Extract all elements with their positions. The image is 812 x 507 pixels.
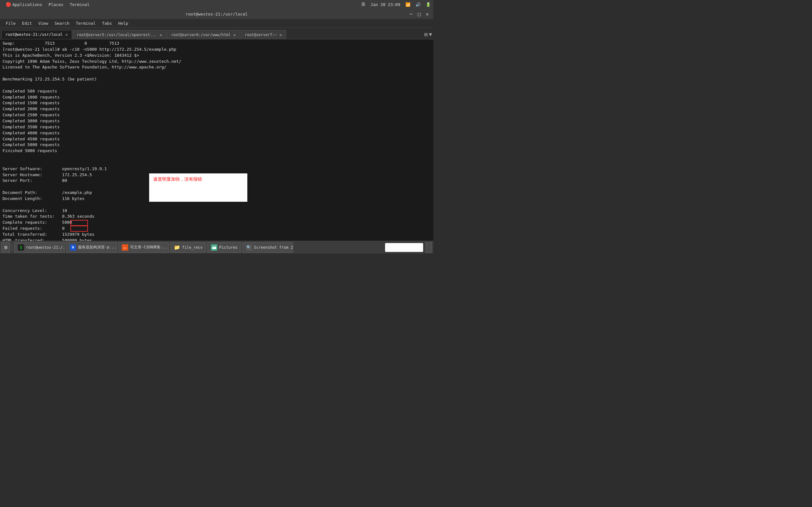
term-line-server-software: Server Software: openresty/1.19.9.1 (3, 166, 431, 172)
menu-file[interactable]: File (3, 20, 19, 26)
wifi-icon: 📶 (405, 2, 410, 7)
taskbar-screenshot[interactable]: 🔍 Screenshot from 2... (242, 242, 293, 252)
term-line: [root@westos-21 local]# ab -c10 -n5000 h… (3, 47, 431, 53)
terminal-content[interactable]: Swap: 7513 0 7513 [root@westos-21 local]… (0, 39, 433, 241)
top-menubar: 🔴 Applications Places Terminal 英 Jan 20 … (0, 0, 433, 9)
taskbar-file-recv[interactable]: 📁 file_recv (170, 242, 206, 252)
term-line: Completed 5000 requests (3, 142, 431, 148)
term-line: Benchmarking 172.25.254.5 (be patient) (3, 76, 431, 82)
taskbar-show-desktop[interactable] (426, 242, 432, 252)
taskbar-chrome[interactable]: ✏ 写文章-CSDN博客... (118, 242, 169, 252)
term-line: Copyright 1996 Adam Twiss, Zeus Technolo… (3, 59, 431, 65)
tab-1[interactable]: root@server5:/usr/local/openrest... ✕ (72, 30, 166, 39)
taskbar-screenshot-label: Screenshot from 2... (254, 245, 293, 250)
term-line (3, 70, 431, 76)
term-line-total-transferred: Total transferred: 1529979 bytes (3, 232, 431, 238)
tab-1-close[interactable]: ✕ (159, 32, 162, 38)
terminal-icon: $ (18, 244, 24, 250)
taskbar-sep-1 (12, 244, 12, 251)
menu-tabs[interactable]: Tabs (99, 20, 115, 26)
folder-icon: 📁 (174, 244, 180, 250)
term-line-concurrency: Concurrency Level: 10 (3, 208, 431, 214)
term-line-failed-requests: Failed requests: 0 (3, 226, 431, 232)
menu-help[interactable]: Help (115, 20, 131, 26)
tab-0[interactable]: root@westos-21:/usr/local ✕ (1, 30, 72, 39)
screenshot-icon: 🔍 (246, 244, 252, 250)
menu-view[interactable]: View (35, 20, 51, 26)
term-line: This is ApacheBench, Version 2.3 <$Revis… (3, 53, 431, 59)
taskbar-pictures[interactable]: 🏔 Pictures (207, 242, 241, 252)
terminal-tabs: root@westos-21:/usr/local ✕ root@server5… (0, 28, 433, 39)
term-line: Completed 2000 requests (3, 106, 431, 112)
annotation-text: 速度明显加快，没有报错 (153, 176, 202, 181)
taskbar: ⊞ $ root@westos-21:/... W 服务器架构演变-p... ✏… (0, 241, 433, 253)
pictures-icon: 🏔 (211, 244, 217, 250)
tabs-dropdown[interactable]: ▼ (429, 32, 432, 38)
terminal-menu-bar: File Edit View Search Terminal Tabs Help (0, 19, 433, 28)
taskbar-terminal-label: root@westos-21:/... (26, 245, 65, 250)
tab-0-close[interactable]: ✕ (65, 32, 68, 37)
term-line: Completed 3000 requests (3, 118, 431, 124)
term-line: Completed 2500 requests (3, 112, 431, 118)
term-line: Completed 3500 requests (3, 124, 431, 130)
tabs-extra: ⊞ ▼ (424, 31, 432, 39)
term-line: Swap: 7513 0 7513 (3, 41, 431, 47)
terminal-title: root@westos-21:/usr/local (186, 12, 248, 16)
maximize-button[interactable]: □ (416, 11, 423, 17)
term-line: Completed 1000 requests (3, 95, 431, 101)
tab-3-close[interactable]: ✕ (280, 32, 282, 38)
top-menu-right: 英 Jan 20 23:09 📶 🔊 🔋 (361, 2, 431, 7)
terminal-titlebar: root@westos-21:/usr/local ─ □ ✕ (0, 9, 433, 19)
taskbar-word-label: 服务器架构演变-p... (78, 245, 116, 250)
taskbar-search-box (385, 243, 423, 252)
terminal-controls: ─ □ ✕ (408, 11, 431, 17)
language-indicator: 英 (361, 2, 365, 7)
taskbar-file-recv-label: file_recv (182, 245, 203, 250)
taskbar-word[interactable]: W 服务器架构演变-p... (66, 242, 117, 252)
terminal-menu[interactable]: Terminal (67, 2, 93, 8)
places-menu[interactable]: Places (45, 2, 67, 8)
term-line: Completed 500 requests (3, 89, 431, 95)
term-line (3, 82, 431, 89)
taskbar-terminal[interactable]: $ root@westos-21:/... (14, 242, 65, 252)
minimize-button[interactable]: ─ (408, 11, 415, 17)
show-desktop-button[interactable]: ⊞ (1, 242, 10, 252)
term-line: Completed 4000 requests (3, 130, 431, 136)
battery-icon: 🔋 (426, 2, 431, 7)
term-line (3, 154, 431, 160)
tab-2[interactable]: root@server6:/var/www/html ✕ (167, 30, 240, 39)
word-icon: W (70, 244, 76, 250)
annotation-popup: 速度明显加快，没有报错 (149, 173, 247, 202)
taskbar-chrome-label: 写文章-CSDN博客... (130, 245, 167, 250)
close-button[interactable]: ✕ (424, 11, 431, 17)
term-line (3, 160, 431, 166)
show-desktop-icon: ⊞ (4, 244, 7, 250)
menu-search[interactable]: Search (51, 20, 72, 26)
term-line-time: Time taken for tests: 0.363 seconds (3, 214, 431, 220)
term-line: Completed 1500 requests (3, 100, 431, 106)
term-line: Completed 4500 requests (3, 136, 431, 142)
term-line (3, 202, 431, 208)
terminal-window: root@westos-21:/usr/local ─ □ ✕ File Edi… (0, 9, 433, 241)
tab-3[interactable]: root@server7:~ ✕ (241, 30, 287, 39)
new-tab-button[interactable]: ⊞ (424, 31, 428, 38)
menu-edit[interactable]: Edit (19, 20, 35, 26)
top-menu-left: 🔴 Applications Places Terminal (3, 1, 93, 8)
term-line-complete-requests: Complete requests: 5000 (3, 220, 431, 226)
tab-2-close[interactable]: ✕ (233, 32, 236, 38)
applications-menu[interactable]: 🔴 Applications (3, 1, 45, 8)
term-line-html-transferred: HTML transferred: 580000 bytes (3, 238, 431, 241)
volume-icon: 🔊 (415, 2, 420, 7)
term-line: Licensed to The Apache Software Foundati… (3, 64, 431, 70)
menu-terminal[interactable]: Terminal (72, 20, 99, 26)
datetime-display: Jan 20 23:09 (370, 2, 400, 7)
chrome-icon: ✏ (122, 244, 128, 250)
term-line: Finished 5000 requests (3, 148, 431, 154)
taskbar-pictures-label: Pictures (219, 245, 238, 250)
